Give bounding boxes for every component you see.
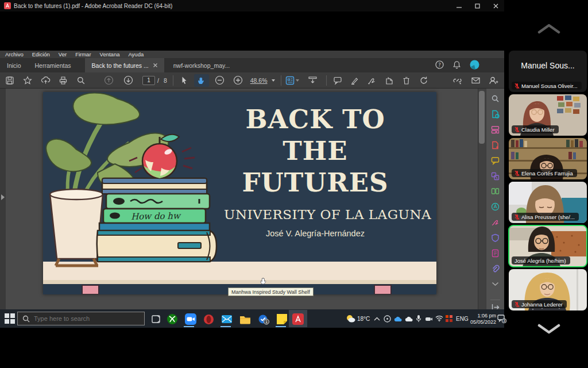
print-icon[interactable]: [56, 74, 71, 87]
hand-cursor-icon: [260, 277, 268, 285]
tray-chevron-up-icon[interactable]: [374, 317, 380, 321]
mail-taskbar-icon[interactable]: [219, 312, 234, 326]
request-signatures-icon[interactable]: [490, 248, 500, 258]
tray-clock[interactable]: 1:06 pm 05/05/2022: [470, 313, 496, 325]
tab-document-active[interactable]: Back to the futures ...: [85, 58, 164, 72]
fill-sign-tool-icon[interactable]: [490, 218, 500, 227]
participants-scroll-up-icon[interactable]: [537, 23, 560, 34]
tray-time: 1:06 pm: [470, 313, 496, 319]
comment-tool-icon[interactable]: [490, 156, 500, 165]
menu-archivo[interactable]: Archivo: [5, 51, 24, 57]
participant-tile-alisa[interactable]: Alisa Preusser (she/...: [509, 182, 587, 223]
tab-herramientas[interactable]: Herramientas: [28, 58, 78, 72]
participant-tile-jose[interactable]: José Alegría (he/him): [509, 225, 587, 267]
presentation-mode-icon[interactable]: [305, 74, 320, 87]
start-button[interactable]: [5, 313, 15, 324]
notification-center-icon[interactable]: 3: [497, 314, 506, 323]
participant-tile-manuel[interactable]: Manuel Sous... Manuel Sousa Oliveir...: [509, 51, 587, 92]
expand-panel-icon[interactable]: [490, 300, 500, 309]
maximize-button[interactable]: [469, 0, 486, 12]
muted-mic-icon: [514, 170, 520, 177]
participant-name-label: Johanna Lederer: [512, 300, 567, 308]
zoom-in-icon[interactable]: [231, 74, 246, 87]
email-icon[interactable]: [468, 74, 483, 87]
tab-inicio[interactable]: Inicio: [0, 58, 28, 72]
compress-pdf-icon[interactable]: [490, 202, 500, 212]
refresh-icon[interactable]: [416, 74, 431, 87]
zoom-out-icon[interactable]: [212, 74, 227, 87]
menu-ayuda[interactable]: Ayuda: [128, 51, 144, 57]
select-tool-icon[interactable]: [177, 74, 192, 87]
tray-onedrive-icon[interactable]: [394, 316, 403, 322]
tray-teams-icon[interactable]: [384, 315, 391, 323]
menu-firmar[interactable]: Firmar: [75, 51, 91, 57]
sync-taskbar-icon[interactable]: 1: [256, 312, 271, 326]
share-cloud-icon[interactable]: [38, 74, 53, 87]
tray-wifi-icon[interactable]: [435, 315, 443, 321]
save-icon[interactable]: [2, 74, 17, 87]
zoom-dropdown-caret-icon[interactable]: [272, 79, 275, 82]
tab-close-icon[interactable]: [153, 63, 157, 67]
protect-pdf-icon[interactable]: [490, 233, 500, 243]
tray-office-icon[interactable]: [446, 315, 452, 322]
create-pdf-icon[interactable]: [490, 141, 500, 150]
hand-tool-icon[interactable]: [194, 74, 209, 87]
export-pdf-icon[interactable]: [490, 110, 500, 119]
participant-tile-claudia[interactable]: Claudia Miller: [509, 94, 587, 136]
next-page-icon[interactable]: [121, 74, 136, 87]
zoom-level-value[interactable]: 48.6%: [250, 77, 268, 84]
file-explorer-taskbar-icon[interactable]: [238, 312, 253, 326]
search-tool-icon[interactable]: [490, 94, 500, 103]
add-user-icon[interactable]: [486, 74, 501, 87]
fill-sign-icon[interactable]: [365, 74, 380, 87]
participant-name-label: Alisa Preusser (she/...: [512, 213, 579, 221]
zoom-app-taskbar-icon[interactable]: [183, 312, 198, 326]
attachment-icon[interactable]: [490, 264, 500, 273]
organize-pages-icon[interactable]: [490, 187, 500, 196]
search-input[interactable]: [34, 315, 131, 322]
user-avatar[interactable]: [470, 60, 479, 70]
find-icon[interactable]: [74, 74, 88, 87]
page-number-input[interactable]: 1: [142, 76, 155, 85]
help-icon[interactable]: ?: [435, 60, 444, 69]
delete-icon[interactable]: [399, 74, 414, 87]
nav-pane-expand-arrow-icon[interactable]: [1, 194, 5, 200]
menu-ver[interactable]: Ver: [59, 51, 67, 57]
edit-pdf-icon[interactable]: [490, 125, 500, 135]
tab-document-other[interactable]: nwf-workshop_may...: [167, 58, 237, 72]
opera-taskbar-icon[interactable]: [201, 312, 216, 326]
tray-headset-icon[interactable]: [425, 316, 433, 322]
participant-tile-johanna[interactable]: Johanna Lederer: [509, 269, 587, 310]
tray-cloud-icon[interactable]: [405, 316, 413, 322]
more-tools-chevron-icon[interactable]: [490, 279, 500, 289]
muted-mic-icon: [514, 126, 520, 133]
share-link-icon[interactable]: [450, 74, 465, 87]
taskbar-search[interactable]: [17, 312, 145, 325]
weather-icon[interactable]: [346, 314, 355, 323]
xbox-taskbar-icon[interactable]: [165, 312, 180, 326]
minimize-button[interactable]: [450, 0, 467, 12]
notifications-bell-icon[interactable]: [452, 60, 461, 69]
comment-icon[interactable]: [330, 74, 345, 87]
tray-temperature[interactable]: 18°C: [357, 316, 370, 322]
svg-text:3: 3: [503, 319, 505, 323]
menu-ventana[interactable]: Ventana: [100, 51, 120, 57]
page-view-icon[interactable]: [285, 74, 300, 87]
combine-files-icon[interactable]: [490, 171, 500, 181]
star-icon[interactable]: [20, 74, 35, 87]
sticky-notes-taskbar-icon[interactable]: [274, 312, 289, 326]
tray-microphone-icon[interactable]: [416, 315, 421, 323]
scrollbar-thumb[interactable]: [479, 91, 485, 144]
previous-page-icon[interactable]: [101, 74, 116, 87]
participant-tile-elena[interactable]: Elena Cortés Farrujia: [509, 138, 587, 179]
task-view-icon[interactable]: [148, 312, 163, 326]
tray-language[interactable]: ENG: [456, 316, 469, 322]
stamp-tool-icon[interactable]: [382, 74, 397, 87]
svg-text:?: ?: [438, 62, 441, 68]
window-title: Back to the futures (1).pdf - Adobe Acro…: [14, 3, 172, 9]
close-button[interactable]: [487, 0, 504, 12]
participants-scroll-down-icon[interactable]: [537, 323, 560, 335]
menu-edicion[interactable]: Edición: [32, 51, 50, 57]
acrobat-taskbar-icon[interactable]: [291, 312, 305, 326]
highlight-pen-icon[interactable]: [347, 74, 362, 87]
